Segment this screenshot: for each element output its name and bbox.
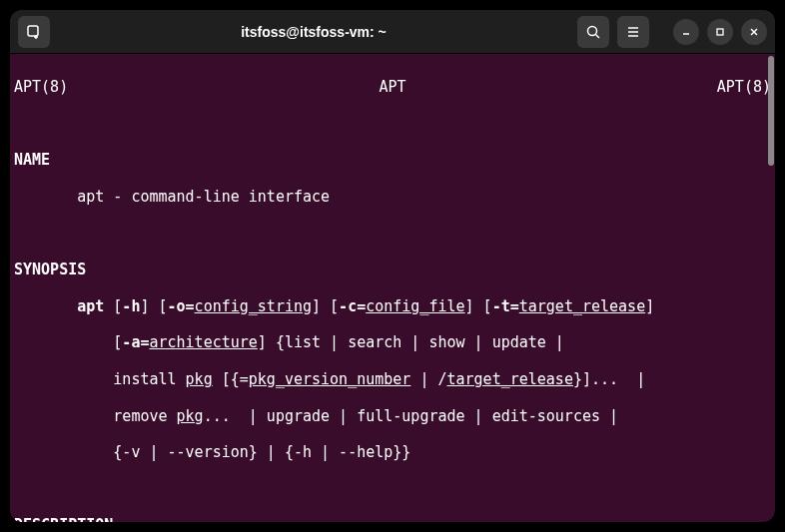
new-tab-icon (26, 24, 42, 40)
svg-point-3 (588, 26, 597, 35)
terminal-window: itsfoss@itsfoss-vm: ~ (10, 10, 775, 522)
svg-rect-0 (28, 26, 38, 36)
scrollbar[interactable] (767, 54, 775, 522)
svg-line-4 (596, 34, 600, 38)
search-icon (585, 24, 601, 40)
section-description: DESCRIPTION (14, 516, 771, 522)
synopsis-line-4: remove pkg... | upgrade | full-upgrade |… (14, 407, 771, 425)
section-name: NAME (14, 151, 771, 169)
minimize-button[interactable] (673, 19, 699, 45)
minimize-icon (680, 26, 692, 38)
man-header-left: APT(8) (14, 78, 68, 96)
svg-rect-9 (717, 29, 723, 35)
close-button[interactable] (741, 19, 767, 45)
man-header: APT(8)APTAPT(8) (14, 78, 771, 96)
name-line: apt - command-line interface (14, 188, 771, 206)
terminal-content[interactable]: APT(8)APTAPT(8) NAME apt - command-line … (10, 54, 775, 522)
synopsis-line-3: install pkg [{=pkg_version_number | /tar… (14, 370, 771, 388)
hamburger-icon (625, 24, 641, 40)
synopsis-line-2: [-a=architecture] {list | search | show … (14, 333, 771, 351)
new-tab-button[interactable] (18, 16, 50, 48)
man-header-right: APT(8) (717, 78, 771, 96)
window-title: itsfoss@itsfoss-vm: ~ (58, 24, 569, 40)
man-header-center: APT (379, 78, 405, 96)
synopsis-line-1: apt [-h] [-o=config_string] [-c=config_f… (14, 297, 771, 315)
menu-button[interactable] (617, 16, 649, 48)
search-button[interactable] (577, 16, 609, 48)
section-synopsis: SYNOPSIS (14, 261, 771, 278)
titlebar: itsfoss@itsfoss-vm: ~ (10, 10, 775, 54)
scrollbar-thumb[interactable] (768, 56, 774, 166)
close-icon (748, 26, 760, 38)
synopsis-line-5: {-v | --version} | {-h | --help}} (14, 443, 771, 461)
maximize-button[interactable] (707, 19, 733, 45)
maximize-icon (714, 26, 726, 38)
